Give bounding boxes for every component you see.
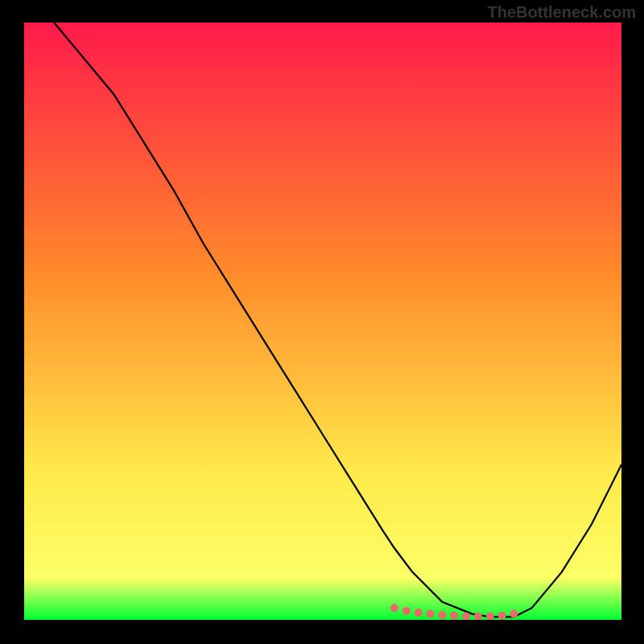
- marker-dot: [438, 611, 446, 619]
- chart-svg: [24, 23, 621, 620]
- marker-dot: [427, 610, 435, 618]
- marker-dot: [498, 612, 506, 620]
- marker-dot: [415, 609, 423, 617]
- marker-dot: [510, 610, 518, 618]
- watermark-text: TheBottleneck.com: [488, 3, 636, 22]
- marker-dot: [450, 612, 458, 620]
- marker-dot: [390, 604, 398, 612]
- chart-plot-area: [24, 23, 621, 620]
- gradient-background: [24, 23, 621, 620]
- marker-dot: [402, 607, 411, 615]
